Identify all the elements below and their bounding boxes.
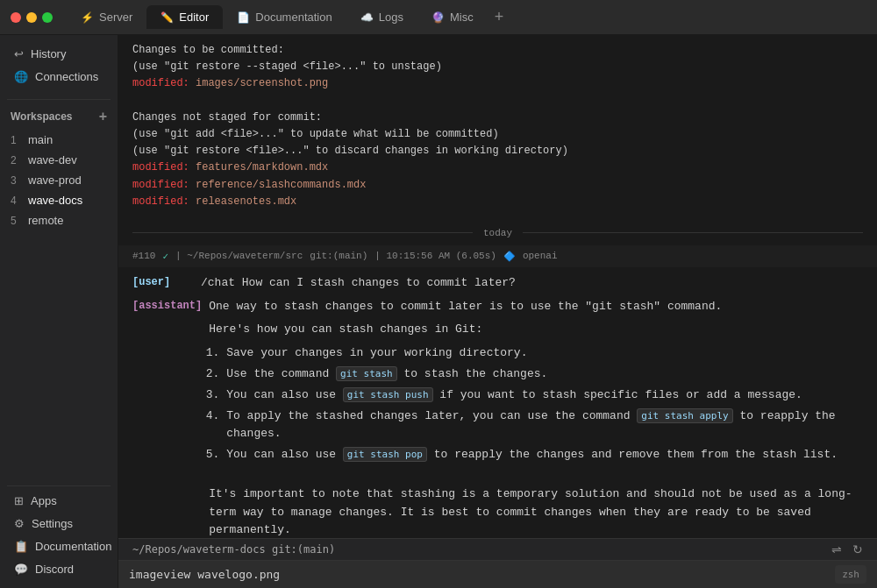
sidebar-item-history[interactable]: ↩ History bbox=[4, 43, 114, 65]
date-divider: today bbox=[118, 221, 877, 245]
git-status-line2: (use "git restore --staged <file>..." to… bbox=[132, 59, 863, 75]
step-5: You can also use git stash pop to reappl… bbox=[226, 446, 863, 464]
workspace-wave-docs[interactable]: 4 wave-docs bbox=[0, 190, 118, 210]
server-tab-icon: ⚡ bbox=[81, 11, 94, 24]
step-4: To apply the stashed changes later, you … bbox=[226, 407, 863, 444]
divider-line-right bbox=[523, 232, 863, 233]
step-3: You can also use git stash push if you w… bbox=[226, 386, 863, 405]
terminal-content[interactable]: Changes to be committed: (use "git resto… bbox=[118, 35, 877, 538]
misc-tab-icon: 🔮 bbox=[431, 11, 445, 24]
git-status-modified-staged: modified: images/screenshot.png bbox=[132, 75, 863, 92]
sidebar-item-settings[interactable]: ⚙ Settings bbox=[4, 513, 114, 535]
chat-block-1: #110 ✓ | ~/Repos/waveterm/src git:(main)… bbox=[118, 245, 877, 538]
input-area: zsh bbox=[118, 560, 877, 588]
git-status-line7: (use "git restore <file>..." to discard … bbox=[132, 143, 863, 159]
discord-icon: 💬 bbox=[14, 563, 28, 576]
git-status-block: Changes to be committed: (use "git resto… bbox=[118, 42, 877, 221]
logs-tab-icon: ☁️ bbox=[360, 11, 374, 24]
minimize-button[interactable] bbox=[26, 12, 37, 23]
workspaces-label: Workspaces bbox=[11, 110, 72, 123]
split-icon[interactable]: ⇌ bbox=[831, 542, 842, 556]
sidebar: ↩ History 🌐 Connections Workspaces + 1 m… bbox=[0, 35, 118, 588]
documentation-tab-icon: 📄 bbox=[237, 11, 250, 24]
main-layout: ↩ History 🌐 Connections Workspaces + 1 m… bbox=[0, 35, 877, 588]
date-label: today bbox=[483, 228, 512, 238]
editor-tab-icon: ✏️ bbox=[160, 11, 174, 24]
sidebar-connections-label: Connections bbox=[35, 70, 98, 83]
chat-messages-1: [user] /chat How can I stash changes to … bbox=[118, 267, 877, 538]
traffic-lights bbox=[11, 12, 53, 23]
apps-icon: ⊞ bbox=[14, 494, 24, 507]
tab-bar: ⚡ Server ✏️ Editor 📄 Documentation ☁️ Lo… bbox=[67, 4, 866, 30]
sidebar-discord-label: Discord bbox=[35, 563, 74, 576]
sidebar-item-connections[interactable]: 🌐 Connections bbox=[4, 66, 114, 88]
workspace-main[interactable]: 1 main bbox=[0, 130, 118, 150]
tab-server[interactable]: ⚡ Server bbox=[67, 5, 146, 29]
sidebar-divider-1 bbox=[7, 99, 111, 100]
tab-logs[interactable]: ☁️ Logs bbox=[346, 5, 417, 29]
tab-server-label: Server bbox=[99, 11, 132, 24]
bottom-bar: ~/Repos/waveterm-docs git:(main) ⇌ ↻ bbox=[118, 538, 877, 560]
tab-editor[interactable]: ✏️ Editor bbox=[146, 5, 223, 29]
chat-prompt-header-1: #110 ✓ | ~/Repos/waveterm/src git:(main)… bbox=[118, 245, 877, 267]
maximize-button[interactable] bbox=[42, 12, 53, 23]
tab-logs-label: Logs bbox=[379, 11, 403, 24]
command-input[interactable] bbox=[129, 561, 835, 588]
workspaces-header: Workspaces + bbox=[0, 103, 118, 130]
tab-misc-label: Misc bbox=[450, 11, 474, 24]
sidebar-history-label: History bbox=[31, 47, 66, 60]
sidebar-settings-label: Settings bbox=[32, 517, 73, 530]
tab-misc[interactable]: 🔮 Misc bbox=[417, 5, 488, 29]
input-row: zsh bbox=[118, 561, 877, 588]
workspace-wave-prod[interactable]: 3 wave-prod bbox=[0, 170, 118, 190]
tab-documentation-label: Documentation bbox=[255, 11, 332, 24]
git-modified-2: modified: reference/slashcommands.mdx bbox=[132, 177, 863, 194]
content-area: Changes to be committed: (use "git resto… bbox=[118, 35, 877, 588]
divider-line-left bbox=[132, 232, 473, 233]
workspace-wave-dev[interactable]: 2 wave-dev bbox=[0, 150, 118, 170]
git-status-line1: Changes to be committed: bbox=[132, 42, 863, 59]
documentation-sidebar-icon: 📋 bbox=[14, 540, 28, 553]
sidebar-documentation-label: Documentation bbox=[35, 540, 111, 553]
add-tab-button[interactable]: + bbox=[488, 4, 511, 30]
assistant-message-1: [assistant] One way to stash changes to … bbox=[132, 298, 863, 538]
history-icon: ↩ bbox=[14, 47, 24, 60]
tab-documentation[interactable]: 📄 Documentation bbox=[223, 5, 346, 29]
git-modified-3: modified: releasenotes.mdx bbox=[132, 194, 863, 210]
titlebar: ⚡ Server ✏️ Editor 📄 Documentation ☁️ Lo… bbox=[0, 0, 877, 35]
user-message-1: [user] /chat How can I stash changes to … bbox=[132, 274, 863, 293]
sidebar-apps-label: Apps bbox=[31, 494, 57, 507]
step-1: Save your changes in your working direct… bbox=[226, 344, 863, 363]
sidebar-item-discord[interactable]: 💬 Discord bbox=[4, 558, 114, 580]
sidebar-item-apps[interactable]: ⊞ Apps bbox=[4, 490, 114, 512]
git-status-line5: Changes not staged for commit: bbox=[132, 110, 863, 126]
step-2: Use the command git stash to stash the c… bbox=[226, 365, 863, 384]
steps-list: Save your changes in your working direct… bbox=[209, 344, 863, 464]
tab-editor-label: Editor bbox=[179, 11, 209, 24]
settings-icon: ⚙ bbox=[14, 517, 25, 530]
sidebar-bottom: ⊞ Apps ⚙ Settings 📋 Documentation 💬 Disc… bbox=[0, 482, 118, 588]
sidebar-nav-section: ↩ History 🌐 Connections bbox=[0, 35, 118, 96]
git-modified-1: modified: features/markdown.mdx bbox=[132, 159, 863, 176]
close-button[interactable] bbox=[11, 12, 21, 23]
git-status-line6: (use "git add <file>..." to update what … bbox=[132, 126, 863, 143]
connections-icon: 🌐 bbox=[14, 70, 28, 83]
workspace-remote[interactable]: 5 remote bbox=[0, 210, 118, 230]
shell-label: zsh bbox=[835, 565, 866, 584]
bottom-actions: ⇌ ↻ bbox=[831, 542, 863, 556]
bottom-path-label: ~/Repos/waveterm-docs git:(main) bbox=[132, 543, 335, 556]
openai-icon: 🔷 bbox=[503, 251, 516, 262]
sidebar-item-documentation[interactable]: 📋 Documentation bbox=[4, 535, 114, 557]
refresh-icon[interactable]: ↻ bbox=[852, 542, 863, 556]
sidebar-divider-2 bbox=[7, 485, 111, 486]
add-workspace-button[interactable]: + bbox=[99, 109, 107, 124]
